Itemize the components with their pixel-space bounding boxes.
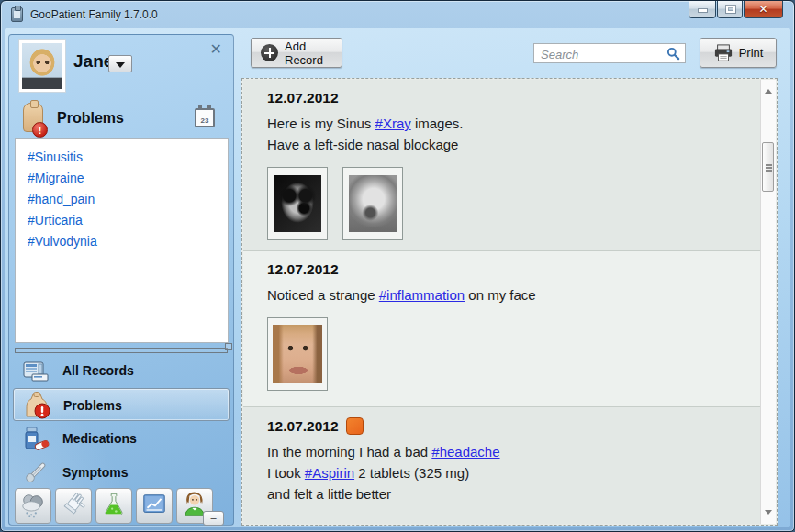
record-text: In the morning I had a bad #headacheI to… [267, 441, 751, 504]
patient-avatar[interactable] [18, 39, 66, 93]
xray-frontal-image [274, 175, 321, 232]
title-bar[interactable]: GooPatient Family 1.7.0.0 ✕ [1, 1, 794, 28]
record-entry: 12.07.2012Here is my Sinus #Xray images.… [243, 80, 760, 250]
scroll-up-icon [765, 85, 772, 94]
xray-lateral-thumbnail[interactable] [342, 167, 403, 240]
patient-sidebar: Jane ✕ ! Problems 23 #Sinusitis#Migraine… [8, 34, 234, 526]
close-icon: ✕ [745, 3, 782, 16]
record-text-segment: on my face [465, 287, 536, 303]
app-icon [11, 7, 23, 22]
search-input[interactable] [534, 44, 663, 62]
record-text: Here is my Sinus #Xray images.Have a lef… [267, 113, 751, 155]
hashtag-link[interactable]: #Xray [375, 116, 411, 131]
patient-dropdown-button[interactable] [108, 55, 132, 72]
record-date: 12.07.2012 [267, 90, 339, 106]
print-label: Print [739, 46, 764, 60]
record-text-segment: Noticed a strange [267, 287, 379, 303]
records-scrollbar[interactable] [760, 80, 776, 524]
problem-color-badge [346, 417, 364, 435]
sidebar-item-symptoms[interactable]: Symptoms [13, 456, 230, 489]
face-photo-image [273, 325, 322, 383]
problems-section-title: Problems [57, 110, 124, 127]
chevron-down-icon [116, 62, 125, 72]
sidebar-close-button[interactable]: ✕ [210, 40, 222, 58]
chart-tool-button[interactable] [136, 488, 173, 524]
exclamation-badge-icon: ! [32, 122, 48, 138]
symptoms-icon [20, 458, 51, 487]
plus-icon [261, 44, 278, 61]
scroll-down-icon [765, 510, 772, 518]
calendar-icon[interactable]: 23 [195, 108, 215, 127]
maximize-button[interactable] [717, 1, 743, 18]
problem-tag-link[interactable]: #Urticaria [28, 210, 228, 231]
close-button[interactable]: ✕ [744, 1, 783, 18]
splitter-handle[interactable] [15, 348, 228, 353]
printer-icon [713, 44, 733, 62]
xray-lateral-image [349, 175, 397, 232]
collapse-button[interactable]: – [203, 511, 224, 526]
patient-name: Jane [73, 51, 113, 72]
record-date: 12.07.2012 [267, 261, 339, 278]
record-text-segment: In the morning I had a bad [267, 444, 431, 460]
glove-tool-button[interactable] [55, 488, 92, 524]
window-content: Jane ✕ ! Problems 23 #Sinusitis#Migraine… [5, 28, 790, 527]
problem-tag-link[interactable]: #Sinusitis [28, 147, 228, 168]
weather-icon [19, 491, 47, 522]
sidebar-item-label: Symptoms [62, 465, 129, 480]
window-title: GooPatient Family 1.7.0.0 [30, 8, 158, 21]
xray-frontal-thumbnail[interactable] [267, 167, 328, 240]
sidebar-item-medications[interactable]: Medications [13, 422, 230, 455]
maximize-icon [726, 6, 735, 13]
hashtag-link[interactable]: #Aspirin [305, 465, 354, 481]
record-text-segment: I took [267, 465, 305, 481]
weather-tool-button[interactable] [15, 488, 51, 524]
record-text: Noticed a strange #inflammation on my fa… [267, 284, 751, 305]
record-date: 12.07.2012 [267, 418, 339, 435]
flask-tool-button[interactable] [95, 488, 132, 524]
record-attachments [267, 317, 751, 391]
records-panel: 12.07.2012Here is my Sinus #Xray images.… [241, 78, 778, 526]
problems-icon [21, 391, 52, 420]
glove-icon [60, 491, 87, 522]
app-window: GooPatient Family 1.7.0.0 ✕ Jane ✕ ! Pro… [0, 0, 795, 532]
scroll-down-button[interactable] [761, 509, 776, 522]
hashtag-link[interactable]: #headache [431, 444, 499, 460]
record-text-segment: Here is my Sinus [267, 116, 375, 131]
minimize-icon [699, 9, 707, 12]
problem-tag-link[interactable]: #Migraine [28, 168, 228, 189]
search-box [533, 43, 686, 63]
record-text-segment: Have a left-side nasal blockage [267, 137, 458, 152]
record-text-segment: 2 tablets (325 mg) [354, 465, 469, 481]
record-text-segment: images. [411, 116, 464, 131]
problems-section-icon: ! [20, 103, 48, 136]
scrollbar-thumb[interactable] [762, 142, 774, 192]
scroll-up-button[interactable] [761, 82, 776, 94]
records-list: 12.07.2012Here is my Sinus #Xray images.… [243, 80, 760, 524]
hashtag-link[interactable]: #inflammation [379, 287, 465, 303]
record-attachments [267, 167, 751, 240]
print-button[interactable]: Print [700, 38, 777, 68]
flask-icon [100, 491, 128, 522]
chart-icon [140, 491, 168, 522]
sidebar-item-label: Problems [63, 398, 122, 413]
record-entry: 12.07.2012In the morning I had a bad #he… [243, 406, 760, 524]
face-photo-thumbnail[interactable] [267, 317, 328, 391]
sidebar-item-label: Medications [62, 431, 137, 446]
patient-photo [22, 43, 62, 89]
problem-tag-list: #Sinusitis#Migraine#hand_pain#Urticaria#… [15, 138, 229, 343]
record-text-segment: and felt a little better [267, 486, 391, 502]
sidebar-nav: All RecordsProblemsMedicationsSymptoms [9, 354, 233, 490]
minimize-button[interactable] [689, 1, 716, 18]
medications-icon [20, 424, 51, 453]
window-controls: ✕ [689, 1, 783, 18]
search-icon [666, 47, 680, 61]
records-icon [20, 356, 51, 385]
sidebar-item-all-records[interactable]: All Records [13, 354, 230, 387]
tool-icon-row [15, 488, 213, 524]
add-record-label: Add Record [285, 39, 342, 67]
sidebar-item-problems[interactable]: Problems [13, 388, 230, 421]
add-record-button[interactable]: Add Record [251, 38, 342, 68]
record-entry: 12.07.2012Noticed a strange #inflammatio… [243, 250, 760, 406]
problem-tag-link[interactable]: #hand_pain [28, 189, 228, 210]
problem-tag-link[interactable]: #Vulvodynia [28, 231, 228, 252]
